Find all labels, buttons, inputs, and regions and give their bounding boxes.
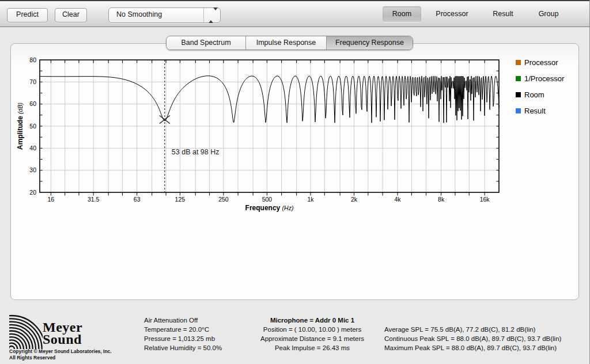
view-tab-room[interactable]: Room bbox=[383, 6, 421, 22]
temperature: Temperature = 20.0°C bbox=[144, 325, 222, 334]
legend-swatch bbox=[516, 76, 521, 81]
frequency-response-chart[interactable]: 53 dB at 98 Hz1631.5631252505001k2k4k8k1… bbox=[11, 44, 580, 301]
svg-text:30: 30 bbox=[29, 166, 36, 173]
clear-button[interactable]: Clear bbox=[55, 8, 87, 22]
svg-text:60: 60 bbox=[29, 100, 36, 107]
svg-text:53 dB at 98 Hz: 53 dB at 98 Hz bbox=[172, 148, 220, 156]
microphone-info: Microphone = Addr 0 Mic 1 Position = ( 1… bbox=[237, 316, 387, 352]
svg-text:50: 50 bbox=[29, 123, 36, 130]
svg-text:16k: 16k bbox=[480, 196, 490, 203]
microphone-title: Microphone = Addr 0 Mic 1 bbox=[237, 316, 387, 325]
view-tab-result[interactable]: Result bbox=[485, 6, 521, 22]
tab-frequency-response[interactable]: Frequency Response bbox=[327, 36, 413, 50]
legend-item: Result bbox=[516, 103, 564, 119]
svg-text:125: 125 bbox=[175, 196, 186, 203]
maximum-peak-spl: Maximum Peak SPL = 88.0 dB(A), 89.7 dB(C… bbox=[384, 343, 561, 352]
predict-button[interactable]: Predict bbox=[7, 8, 48, 22]
smoothing-dropdown[interactable]: No Smoothing bbox=[108, 7, 221, 23]
meyer-sound-logo bbox=[9, 314, 43, 350]
svg-text:4k: 4k bbox=[395, 196, 402, 203]
copyright-text: Copyright © Meyer Sound Laboratories, In… bbox=[9, 348, 112, 361]
mic-distance: Approximate Distance = 9.1 meters bbox=[237, 334, 387, 343]
smoothing-selected-value: No Smoothing bbox=[116, 10, 162, 18]
legend-swatch bbox=[516, 92, 521, 97]
svg-text:1k: 1k bbox=[307, 196, 314, 203]
svg-text:500: 500 bbox=[262, 196, 273, 203]
legend-label: Result bbox=[524, 107, 546, 115]
legend-item: 1/Processor bbox=[516, 70, 564, 86]
plot-panel: 53 dB at 98 Hz1631.5631252505001k2k4k8k1… bbox=[10, 43, 579, 300]
svg-text:Frequency (Hz): Frequency (Hz) bbox=[245, 204, 294, 212]
tab-impulse-response[interactable]: Impulse Response bbox=[246, 36, 327, 50]
tab-band-spectrum[interactable]: Band Spectrum bbox=[167, 36, 246, 50]
svg-text:8k: 8k bbox=[438, 196, 445, 203]
legend-swatch bbox=[516, 60, 521, 65]
view-tab-processor[interactable]: Processor bbox=[424, 6, 480, 22]
plot-type-tabstrip: Band Spectrum Impulse Response Frequency… bbox=[166, 36, 413, 50]
svg-text:250: 250 bbox=[218, 196, 229, 203]
legend-label: Processor bbox=[524, 58, 558, 67]
arrow-down-icon bbox=[213, 7, 218, 20]
svg-text:70: 70 bbox=[29, 78, 36, 85]
svg-text:80: 80 bbox=[29, 56, 36, 63]
mic-peak-impulse: Peak Impulse = 26.43 ms bbox=[237, 343, 387, 352]
legend-item: Room bbox=[516, 86, 564, 103]
mapp-online-window: Predict Clear No Smoothing Room Processo… bbox=[0, 0, 590, 364]
stepper-arrows-icon bbox=[209, 10, 215, 20]
average-spl: Average SPL = 75.5 dB(A), 77.2 dB(C), 81… bbox=[384, 325, 561, 334]
svg-text:40: 40 bbox=[29, 145, 36, 151]
pressure: Pressure = 1,013.25 mb bbox=[144, 334, 222, 343]
environment-info: Air Attenuation Off Temperature = 20.0°C… bbox=[144, 316, 222, 352]
relative-humidity: Relative Humidity = 50.0% bbox=[144, 343, 222, 352]
spl-info: Average SPL = 75.5 dB(A), 77.2 dB(C), 81… bbox=[384, 325, 561, 352]
meyer-sound-wordmark: Meyer Sound bbox=[43, 321, 82, 346]
dropdown-divider bbox=[203, 8, 204, 22]
legend-item: Processor bbox=[516, 54, 564, 70]
svg-text:31.5: 31.5 bbox=[88, 196, 100, 203]
legend-swatch bbox=[516, 108, 521, 113]
svg-text:63: 63 bbox=[134, 196, 141, 203]
svg-text:20: 20 bbox=[29, 189, 36, 196]
air-attenuation: Air Attenuation Off bbox=[144, 316, 222, 325]
svg-text:Amplitude (dB): Amplitude (dB) bbox=[16, 103, 24, 150]
arrow-up-icon bbox=[209, 10, 213, 23]
view-tab-group[interactable]: Group bbox=[528, 6, 569, 22]
svg-text:2k: 2k bbox=[351, 196, 358, 203]
continuous-peak-spl: Continuous Peak SPL = 88.0 dB(A), 89.7 d… bbox=[384, 334, 561, 343]
chart-legend: Processor1/ProcessorRoomResult bbox=[516, 54, 564, 119]
legend-label: Room bbox=[524, 90, 544, 99]
toolbar: Predict Clear No Smoothing Room Processo… bbox=[0, 0, 589, 27]
mic-position: Position = ( 10.00, 10.00 ) meters bbox=[237, 325, 387, 334]
svg-text:16: 16 bbox=[47, 196, 54, 203]
legend-label: 1/Processor bbox=[524, 74, 564, 83]
